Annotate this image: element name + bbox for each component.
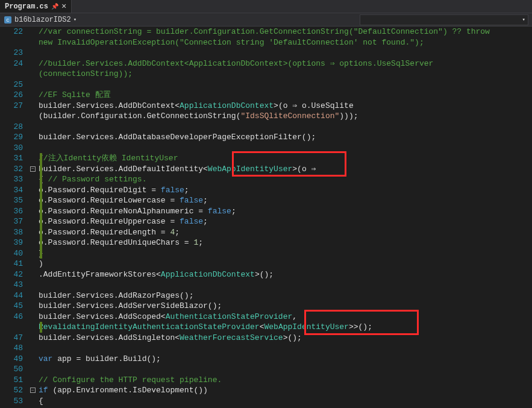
nav-project-name[interactable]: b16blazorIDS2 <box>14 16 71 24</box>
code-line[interactable]: 25 <box>0 80 532 90</box>
code-line[interactable]: 33 { // Password settings. <box>0 174 532 185</box>
code-text[interactable]: //注入Identity依赖 IdentityUser <box>39 153 532 164</box>
fold-gutter <box>29 90 39 101</box>
code-line[interactable]: new InvalidOperationException("Connectio… <box>0 37 532 48</box>
change-indicator <box>40 216 42 227</box>
code-text[interactable]: .AddEntityFrameworkStores<ApplicationDbC… <box>39 269 532 280</box>
pin-icon[interactable]: 📌 <box>51 3 58 10</box>
fold-gutter <box>29 354 39 365</box>
code-text[interactable]: builder.Services.AddScoped<Authenticatio… <box>39 312 532 322</box>
code-text[interactable]: (builder.Configuration.GetConnectionStri… <box>39 111 532 122</box>
code-line[interactable]: 48 <box>0 343 532 354</box>
code-text[interactable]: (connectionString)); <box>39 69 532 80</box>
code-text[interactable]: builder.Services.AddDefaultIdentity<WebA… <box>39 164 532 175</box>
code-text[interactable]: { <box>39 396 532 407</box>
line-number: 33 <box>0 174 29 185</box>
code-line[interactable]: 28 <box>0 122 532 133</box>
change-indicator <box>40 164 42 175</box>
code-text[interactable]: var app = builder.Build(); <box>39 354 532 365</box>
line-number: 30 <box>0 143 29 154</box>
code-text[interactable] <box>39 343 532 354</box>
code-line[interactable]: RevalidatingIdentityAuthenticationStateP… <box>0 322 532 333</box>
code-line[interactable]: 53 { <box>0 396 532 407</box>
code-line[interactable]: (connectionString)); <box>0 69 532 80</box>
code-text[interactable]: if (app.Environment.IsDevelopment()) <box>39 385 532 396</box>
code-line[interactable]: 34 o.Password.RequireDigit = false; <box>0 185 532 196</box>
code-text[interactable] <box>39 122 532 133</box>
fold-gutter <box>29 48 39 58</box>
code-line[interactable]: 29 builder.Services.AddDatabaseDeveloper… <box>0 132 532 143</box>
code-line[interactable]: 32− builder.Services.AddDefaultIdentity<… <box>0 164 532 175</box>
file-tab[interactable]: Program.cs 📌 × <box>0 0 72 13</box>
code-line[interactable]: 39 o.Password.RequiredUniqueChars = 1; <box>0 237 532 248</box>
code-line[interactable]: 50 <box>0 364 532 375</box>
change-indicator <box>40 227 42 238</box>
code-line[interactable]: 23 <box>0 48 532 58</box>
fold-gutter <box>29 206 39 217</box>
fold-toggle-icon[interactable]: − <box>30 166 36 172</box>
line-number: 40 <box>0 248 29 259</box>
code-line[interactable]: 31 //注入Identity依赖 IdentityUser <box>0 153 532 164</box>
code-line[interactable]: 43 <box>0 280 532 290</box>
code-text[interactable]: builder.Services.AddRazorPages(); <box>39 290 532 301</box>
code-line[interactable]: 35 o.Password.RequireLowercase = false; <box>0 195 532 206</box>
code-line[interactable]: 40 } <box>0 248 532 259</box>
code-text[interactable]: o.Password.RequireNonAlphanumeric = fals… <box>39 206 532 217</box>
code-text[interactable]: o.Password.RequiredUniqueChars = 1; <box>39 237 532 248</box>
code-text[interactable]: //builder.Services.AddDbContext<Applicat… <box>39 58 532 69</box>
code-text[interactable] <box>39 364 532 375</box>
code-line[interactable]: (builder.Configuration.GetConnectionStri… <box>0 111 532 122</box>
nav-bar: C b16blazorIDS2 ▾ ▾ <box>0 13 532 27</box>
code-line[interactable]: 45 builder.Services.AddServerSideBlazor(… <box>0 301 532 312</box>
change-indicator <box>40 206 42 217</box>
code-line[interactable]: 27 builder.Services.AddDbContext<Applica… <box>0 101 532 111</box>
code-text[interactable]: builder.Services.AddDatabaseDeveloperPag… <box>39 132 532 143</box>
code-text[interactable]: builder.Services.AddDbContext<Applicatio… <box>39 101 532 111</box>
code-line[interactable]: 30 <box>0 143 532 154</box>
fold-gutter <box>29 174 39 185</box>
code-text[interactable]: builder.Services.AddServerSideBlazor(); <box>39 301 532 312</box>
code-line[interactable]: 46 builder.Services.AddScoped<Authentica… <box>0 312 532 322</box>
code-text[interactable]: ) <box>39 259 532 269</box>
code-text[interactable] <box>39 80 532 90</box>
code-text[interactable] <box>39 280 532 290</box>
fold-gutter <box>29 143 39 154</box>
code-text[interactable]: o.Password.RequireUppercase = false; <box>39 216 532 227</box>
code-text[interactable]: //var connectionString = builder.Configu… <box>39 27 532 37</box>
code-line[interactable]: 44 builder.Services.AddRazorPages(); <box>0 290 532 301</box>
code-text[interactable]: new InvalidOperationException("Connectio… <box>39 37 532 48</box>
code-text[interactable]: builder.Services.AddSingleton<WeatherFor… <box>39 333 532 344</box>
code-text[interactable]: { // Password settings. <box>39 174 532 185</box>
code-text[interactable] <box>39 143 532 154</box>
code-text[interactable]: // Configure the HTTP request pipeline. <box>39 375 532 386</box>
line-number: 41 <box>0 259 29 269</box>
code-line[interactable]: 41 ) <box>0 259 532 269</box>
code-text[interactable]: //EF Sqlite 配置 <box>39 90 532 101</box>
code-line[interactable]: 26 //EF Sqlite 配置 <box>0 90 532 101</box>
line-number: 22 <box>0 27 29 37</box>
code-line[interactable]: 51 // Configure the HTTP request pipelin… <box>0 375 532 386</box>
code-text[interactable]: o.Password.RequiredLength = 4; <box>39 227 532 238</box>
code-editor[interactable]: 22 //var connectionString = builder.Conf… <box>0 27 532 408</box>
code-line[interactable]: 24 //builder.Services.AddDbContext<Appli… <box>0 58 532 69</box>
line-number: 36 <box>0 206 29 217</box>
code-text[interactable]: } <box>39 248 532 259</box>
fold-toggle-icon[interactable]: − <box>30 388 36 393</box>
code-line[interactable]: 37 o.Password.RequireUppercase = false; <box>0 216 532 227</box>
code-line[interactable]: 42 .AddEntityFrameworkStores<Application… <box>0 269 532 280</box>
code-text[interactable] <box>39 48 532 58</box>
chevron-down-icon[interactable]: ▾ <box>74 16 77 23</box>
line-number: 51 <box>0 375 29 386</box>
code-line[interactable]: 22 //var connectionString = builder.Conf… <box>0 27 532 37</box>
member-dropdown[interactable]: ▾ <box>360 14 528 25</box>
code-text[interactable]: o.Password.RequireLowercase = false; <box>39 195 532 206</box>
close-icon[interactable]: × <box>61 2 66 11</box>
code-line[interactable]: 49 var app = builder.Build(); <box>0 354 532 365</box>
code-text[interactable]: RevalidatingIdentityAuthenticationStateP… <box>39 322 532 333</box>
code-text[interactable]: o.Password.RequireDigit = false; <box>39 185 532 196</box>
code-line[interactable]: 52− if (app.Environment.IsDevelopment()) <box>0 385 532 396</box>
code-line[interactable]: 38 o.Password.RequiredLength = 4; <box>0 227 532 238</box>
code-line[interactable]: 36 o.Password.RequireNonAlphanumeric = f… <box>0 206 532 217</box>
code-line[interactable]: 47 builder.Services.AddSingleton<Weather… <box>0 333 532 344</box>
fold-gutter <box>29 111 39 122</box>
